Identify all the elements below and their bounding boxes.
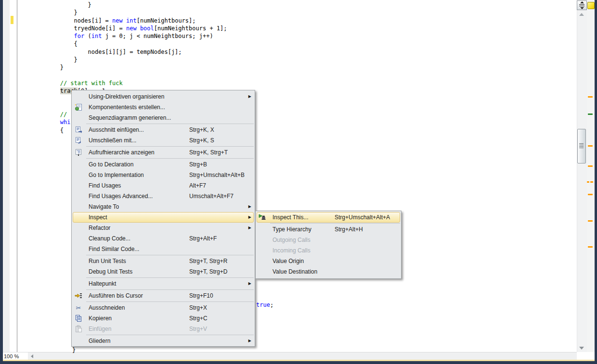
menu-item-label: Gliedern	[89, 338, 110, 344]
surround-with-icon	[72, 137, 85, 144]
menu-item-run-to-cursor[interactable]: Ausführen bis CursorStrg+F10	[72, 290, 255, 301]
menu-item-label: Navigate To	[89, 203, 119, 210]
menu-item-find-usages[interactable]: Find UsagesAlt+F7	[72, 180, 255, 191]
menu-item-shortcut: Strg+X	[189, 304, 207, 311]
menu-item-cleanup-code[interactable]: Cleanup Code...Strg+Alt+F	[72, 233, 255, 244]
menu-item-view-call-hierarchy[interactable]: Aufrufhierarchie anzeigenStrg+K, Strg+T	[72, 147, 255, 158]
menu-item-label: Type Hierarchy	[273, 226, 311, 233]
vertical-scrollbar-thumb[interactable]	[577, 129, 586, 163]
analysis-marker-orange[interactable]	[588, 96, 593, 98]
menu-item-label: Aufrufhierarchie anzeigen	[89, 149, 155, 156]
submenu-arrow-icon: ▶	[248, 95, 251, 99]
menu-item-insert-snippet[interactable]: Ausschnitt einfügen...Strg+K, X	[72, 125, 255, 135]
scroll-left-button[interactable]	[31, 354, 33, 358]
menu-item-shortcut: Strg+T, Strg+D	[189, 268, 227, 275]
menu-item-label: Umschließen mit...	[89, 137, 136, 144]
menu-item-run-unit-tests[interactable]: Run Unit TestsStrg+T, Strg+R	[72, 256, 255, 266]
menu-item-label: Refactor	[89, 225, 110, 231]
copy-icon	[72, 314, 85, 322]
zoom-select[interactable]: 100 %	[1, 352, 28, 360]
menu-item-navigate-to[interactable]: Navigate To▶	[72, 201, 255, 212]
scroll-down-button[interactable]	[579, 347, 584, 350]
menu-item-inspect[interactable]: Inspect▶	[72, 212, 255, 223]
analysis-marker-orange[interactable]	[590, 181, 593, 183]
code-line: }	[18, 56, 227, 63]
menu-item-generate-sequence-diagram[interactable]: Sequenzdiagramm generieren...	[72, 113, 255, 123]
call-hierarchy-icon	[72, 149, 85, 156]
menu-item-label: Value Origin	[273, 258, 304, 264]
scroll-up-button[interactable]	[579, 13, 584, 16]
menu-item-copy[interactable]: KopierenStrg+C	[72, 313, 255, 324]
menu-item-label: Sequenzdiagramm generieren...	[89, 114, 171, 121]
menu-item-cut[interactable]: ✂AusschneidenStrg+X	[72, 302, 255, 313]
menu-item-shortcut: Strg+C	[189, 315, 208, 322]
menu-item-outlining[interactable]: Gliedern▶	[72, 336, 255, 346]
menu-separator	[270, 223, 400, 224]
code-line: }	[18, 63, 227, 71]
menu-item-shortcut: Strg+T, Strg+R	[189, 258, 227, 264]
submenu-arrow-icon: ▶	[248, 282, 251, 286]
window-frame-right	[595, 0, 597, 364]
menu-item-surround-with[interactable]: Umschließen mit...Strg+K, S	[72, 135, 255, 146]
menu-item-breakpoint[interactable]: Haltepunkt▶	[72, 278, 255, 289]
menu-item-find-similar-code[interactable]: Find Similar Code...	[72, 244, 255, 254]
menu-item-organize-usings[interactable]: Using-Direktiven organisieren▶	[72, 91, 255, 102]
menu-item-paste[interactable]: EinfügenStrg+V	[72, 324, 255, 334]
menu-item-shortcut: Strg+F10	[189, 292, 213, 299]
menu-item-refactor[interactable]: Refactor▶	[72, 223, 255, 233]
menu-item-shortcut: Strg+Alt+F	[189, 235, 217, 242]
menu-item-outgoing-calls[interactable]: Outgoing Calls	[256, 235, 401, 245]
code-line: for (int j = 0; j < numNeightbours; j++)	[18, 32, 227, 40]
menu-item-go-to-declaration[interactable]: Go to DeclarationStrg+B	[72, 159, 255, 170]
menu-item-inspect-this[interactable]: Inspect This...Strg+Umschalt+Alt+A	[256, 212, 401, 223]
menu-item-create-component-tests[interactable]: Komponententests erstellen...	[72, 102, 255, 113]
inspect-submenu: Inspect This...Strg+Umschalt+Alt+AType H…	[255, 211, 402, 279]
menu-separator	[86, 146, 254, 147]
menu-item-label: Value Destination	[273, 268, 317, 275]
breakpoint-margin[interactable]	[3, 0, 10, 352]
horizontal-scrollbar-track[interactable]	[0, 352, 577, 360]
splitter-icon	[579, 1, 584, 9]
menu-item-label: Ausführen bis Cursor	[89, 292, 143, 299]
inspect-this-icon	[256, 213, 269, 221]
menu-item-label: Using-Direktiven organisieren	[89, 93, 164, 100]
menu-item-shortcut: Strg+V	[189, 326, 207, 332]
menu-item-label: Find Usages	[89, 182, 121, 189]
vertical-scrollbar-track[interactable]	[577, 0, 587, 352]
menu-separator	[86, 158, 254, 159]
code-line: tryedNode[i] = new bool[numNeightbours +…	[18, 25, 227, 32]
code-line: nodes[i] = new int[numNeightbours];	[18, 17, 227, 25]
menu-item-value-origin[interactable]: Value Origin	[256, 256, 401, 266]
code-line: {	[18, 40, 227, 48]
menu-item-shortcut: Strg+K, X	[189, 126, 214, 133]
code-fragment: }	[72, 346, 76, 354]
menu-item-type-hierarchy[interactable]: Type HierarchyStrg+Alt+H	[256, 224, 401, 235]
menu-item-label: Haltepunkt	[89, 280, 116, 287]
menu-separator	[86, 255, 254, 255]
analysis-marker-orange[interactable]	[588, 220, 593, 222]
analysis-marker-orange[interactable]	[588, 246, 593, 248]
analysis-marker-orange[interactable]	[587, 181, 589, 183]
editor-splitter-button[interactable]	[577, 0, 587, 10]
menu-item-label: Ausschnitt einfügen...	[89, 126, 144, 133]
menu-item-shortcut: Strg+Alt+H	[335, 226, 363, 233]
menu-item-go-to-implementation[interactable]: Go to ImplementationStrg+Umschalt+Alt+B	[72, 170, 255, 180]
analysis-marker-orange[interactable]	[588, 145, 593, 147]
submenu-arrow-icon: ▶	[248, 215, 251, 219]
menu-item-shortcut: Strg+B	[189, 161, 207, 168]
menu-item-label: Incoming Calls	[273, 247, 311, 254]
file-analysis-status-indicator[interactable]	[587, 2, 595, 9]
menu-item-incoming-calls[interactable]: Incoming Calls	[256, 245, 401, 256]
analysis-marker-green[interactable]	[588, 113, 593, 115]
analysis-marker-orange[interactable]	[588, 194, 593, 195]
menu-item-label: Find Usages Advanced...	[89, 193, 153, 200]
menu-item-debug-unit-tests[interactable]: Debug Unit TestsStrg+T, Strg+D	[72, 266, 255, 277]
analysis-marker-orange[interactable]	[588, 165, 593, 167]
analysis-marker-bar[interactable]	[587, 0, 595, 352]
menu-item-find-usages-advanced[interactable]: Find Usages Advanced...Umschalt+Alt+F7	[72, 191, 255, 201]
menu-item-label: Inspect	[89, 214, 107, 221]
run-to-cursor-icon	[72, 292, 85, 300]
menu-item-label: Inspect This...	[273, 214, 308, 221]
menu-item-shortcut: Strg+Umschalt+Alt+A	[335, 214, 390, 221]
menu-item-value-destination[interactable]: Value Destination	[256, 266, 401, 277]
